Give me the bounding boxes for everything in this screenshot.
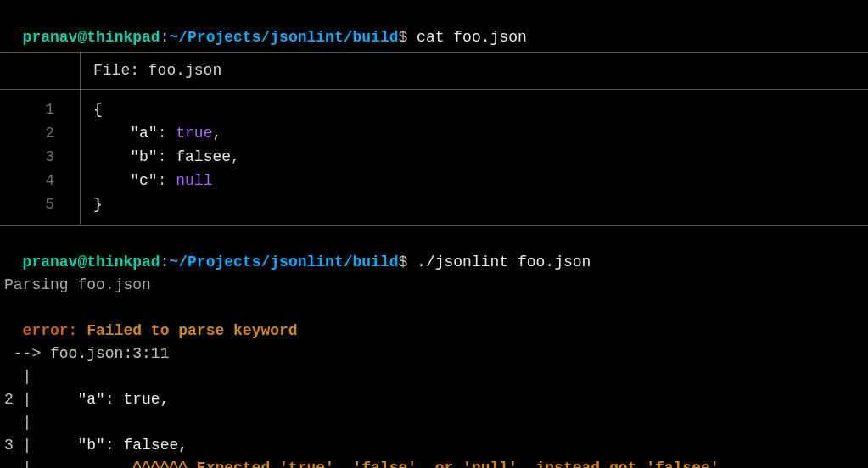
- diag-line-3: 3 | "b": falsee,: [0, 434, 868, 457]
- line-number: 5: [0, 193, 54, 217]
- code-line-3: "b": falsee,: [93, 146, 855, 170]
- shell-prompt-1: pranav@thinkpad:~/Projects/jsonlint/buil…: [0, 3, 868, 49]
- colon: :: [160, 254, 170, 270]
- working-dir: ~/Projects/jsonlint/build: [169, 254, 398, 270]
- header-gutter: [0, 53, 81, 89]
- line-number-gutter: 1 2 3 4 5: [0, 90, 81, 225]
- diag-caret-line: | ^^^^^^ Expected 'true', 'false', or 'n…: [0, 457, 868, 468]
- code-line-1: {: [93, 98, 855, 122]
- code-block: 1 2 3 4 5 { "a": true, "b": falsee, "c":…: [0, 90, 868, 226]
- user-host: pranav@thinkpad: [23, 29, 160, 46]
- shell-prompt-2: pranav@thinkpad:~/Projects/jsonlint/buil…: [0, 228, 868, 274]
- colon: :: [160, 29, 170, 46]
- diag-line-2: 2 | "a": true,: [0, 388, 868, 411]
- file-header-row: File: foo.json: [0, 52, 868, 90]
- line-number: 2: [0, 122, 54, 146]
- file-header-label: File: foo.json: [81, 53, 868, 89]
- error-label: error:: [23, 322, 78, 339]
- diag-blank-1: |: [0, 365, 868, 388]
- prompt-symbol: $: [399, 254, 408, 270]
- error-line: error: Failed to parse keyword: [0, 297, 868, 343]
- prompt-symbol: $: [399, 29, 408, 46]
- error-message: Failed to parse keyword: [77, 322, 297, 339]
- error-location: --> foo.json:3:11: [0, 343, 868, 365]
- working-dir: ~/Projects/jsonlint/build: [169, 29, 398, 46]
- command-text: cat foo.json: [407, 29, 526, 46]
- code-line-4: "c": null: [93, 170, 855, 193]
- line-number: 3: [0, 146, 54, 170]
- parsing-status: Parsing foo.json: [0, 274, 868, 297]
- line-number: 1: [0, 98, 54, 122]
- error-carets: ^^^^^^: [132, 460, 188, 468]
- line-number: 4: [0, 170, 54, 193]
- diag-blank-2: |: [0, 411, 868, 434]
- command-text: ./jsonlint foo.json: [407, 254, 591, 270]
- error-detail: Expected 'true', 'false', or 'null', ins…: [188, 460, 720, 468]
- code-line-2: "a": true,: [93, 122, 855, 146]
- code-line-5: }: [93, 193, 855, 217]
- user-host: pranav@thinkpad: [23, 254, 160, 270]
- code-content: { "a": true, "b": falsee, "c": null }: [81, 90, 868, 225]
